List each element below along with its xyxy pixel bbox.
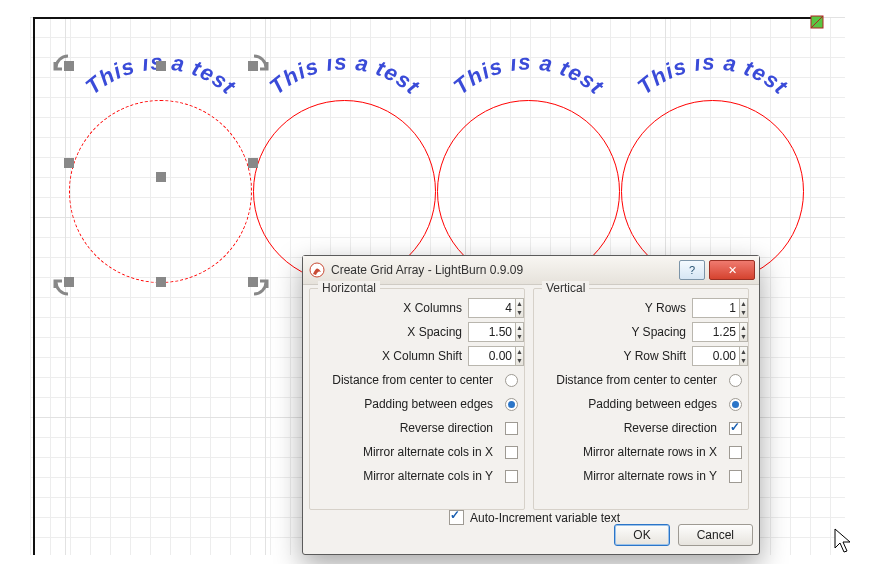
y-rows-label: Y Rows bbox=[645, 301, 686, 315]
h-mirror-x-label: Mirror alternate cols in X bbox=[363, 445, 493, 459]
x-spacing-label: X Spacing bbox=[407, 325, 462, 339]
rotate-handle-tr[interactable] bbox=[248, 50, 272, 74]
vertical-group: Vertical Y Rows ▲▼ Y Spacing ▲▼ Y Row Sh… bbox=[533, 288, 749, 510]
chevron-up-icon[interactable]: ▲ bbox=[516, 347, 523, 356]
dialog-title: Create Grid Array - LightBurn 0.9.09 bbox=[331, 263, 675, 277]
auto-increment-row[interactable]: Auto-Increment variable text bbox=[449, 510, 620, 525]
dialog-close-button[interactable]: ✕ bbox=[709, 260, 755, 280]
chevron-down-icon[interactable]: ▼ bbox=[740, 356, 747, 365]
chevron-up-icon[interactable]: ▲ bbox=[740, 299, 747, 308]
y-spacing-field[interactable]: ▲▼ bbox=[692, 322, 742, 342]
x-column-shift-input[interactable] bbox=[468, 346, 515, 366]
resize-handle-bm[interactable] bbox=[156, 277, 166, 287]
x-column-shift-label: X Column Shift bbox=[382, 349, 462, 363]
y-row-shift-input[interactable] bbox=[692, 346, 739, 366]
chevron-up-icon[interactable]: ▲ bbox=[740, 347, 747, 356]
cancel-button[interactable]: Cancel bbox=[678, 524, 753, 546]
h-reverse-label: Reverse direction bbox=[400, 421, 493, 435]
chevron-down-icon[interactable]: ▼ bbox=[516, 332, 523, 341]
h-padding-radio[interactable] bbox=[505, 398, 518, 411]
svg-text:This is a test: This is a test bbox=[449, 57, 609, 100]
horizontal-legend: Horizontal bbox=[318, 281, 380, 295]
origin-marker-icon bbox=[810, 15, 824, 29]
viewport: This is a testThis is a testThis is a te… bbox=[0, 0, 875, 564]
y-row-shift-stepper[interactable]: ▲▼ bbox=[739, 346, 748, 366]
auto-increment-label: Auto-Increment variable text bbox=[470, 511, 620, 525]
curved-text[interactable]: This is a test bbox=[621, 57, 804, 187]
curved-text[interactable]: This is a test bbox=[69, 57, 252, 187]
x-column-shift-field[interactable]: ▲▼ bbox=[468, 346, 518, 366]
vertical-legend: Vertical bbox=[542, 281, 589, 295]
x-spacing-input[interactable] bbox=[468, 322, 515, 342]
x-column-shift-stepper[interactable]: ▲▼ bbox=[515, 346, 524, 366]
rotate-handle-bl[interactable] bbox=[50, 276, 74, 300]
svg-text:This is a test: This is a test bbox=[633, 57, 793, 100]
rotate-handle-tl[interactable] bbox=[50, 50, 74, 74]
dialog-button-bar: Auto-Increment variable text OK Cancel bbox=[309, 522, 753, 548]
y-row-shift-label: Y Row Shift bbox=[624, 349, 686, 363]
move-handle[interactable] bbox=[156, 172, 166, 182]
y-spacing-stepper[interactable]: ▲▼ bbox=[739, 322, 748, 342]
y-rows-stepper[interactable]: ▲▼ bbox=[739, 298, 748, 318]
resize-handle-ml[interactable] bbox=[64, 158, 74, 168]
chevron-down-icon[interactable]: ▼ bbox=[740, 332, 747, 341]
chevron-down-icon[interactable]: ▼ bbox=[516, 356, 523, 365]
curved-text[interactable]: This is a test bbox=[253, 57, 436, 187]
h-center-label: Distance from center to center bbox=[332, 373, 493, 387]
dialog-body: Horizontal X Columns ▲▼ X Spacing ▲▼ X C… bbox=[309, 288, 753, 518]
x-columns-stepper[interactable]: ▲▼ bbox=[515, 298, 524, 318]
chevron-down-icon[interactable]: ▼ bbox=[740, 308, 747, 317]
v-center-label: Distance from center to center bbox=[556, 373, 717, 387]
array-instance-0[interactable]: This is a test bbox=[69, 100, 252, 283]
chevron-up-icon[interactable]: ▲ bbox=[516, 299, 523, 308]
x-spacing-stepper[interactable]: ▲▼ bbox=[515, 322, 524, 342]
v-padding-label: Padding between edges bbox=[588, 397, 717, 411]
lightburn-icon bbox=[309, 262, 325, 278]
x-spacing-field[interactable]: ▲▼ bbox=[468, 322, 518, 342]
v-mirror-x-label: Mirror alternate rows in X bbox=[583, 445, 717, 459]
x-columns-field[interactable]: ▲▼ bbox=[468, 298, 518, 318]
y-row-shift-field[interactable]: ▲▼ bbox=[692, 346, 742, 366]
v-reverse-check[interactable] bbox=[729, 422, 742, 435]
x-columns-input[interactable] bbox=[468, 298, 515, 318]
y-spacing-input[interactable] bbox=[692, 322, 739, 342]
rotate-handle-br[interactable] bbox=[248, 276, 272, 300]
chevron-down-icon[interactable]: ▼ bbox=[516, 308, 523, 317]
v-reverse-label: Reverse direction bbox=[624, 421, 717, 435]
v-mirror-x-check[interactable] bbox=[729, 446, 742, 459]
chevron-up-icon[interactable]: ▲ bbox=[516, 323, 523, 332]
resize-handle-tm[interactable] bbox=[156, 61, 166, 71]
horizontal-group: Horizontal X Columns ▲▼ X Spacing ▲▼ X C… bbox=[309, 288, 525, 510]
v-mirror-y-check[interactable] bbox=[729, 470, 742, 483]
v-padding-radio[interactable] bbox=[729, 398, 742, 411]
h-mirror-y-check[interactable] bbox=[505, 470, 518, 483]
y-spacing-label: Y Spacing bbox=[632, 325, 687, 339]
v-mirror-y-label: Mirror alternate rows in Y bbox=[583, 469, 717, 483]
auto-increment-check[interactable] bbox=[449, 510, 464, 525]
y-rows-input[interactable] bbox=[692, 298, 739, 318]
ok-button[interactable]: OK bbox=[614, 524, 669, 546]
dialog-help-button[interactable]: ? bbox=[679, 260, 705, 280]
h-reverse-check[interactable] bbox=[505, 422, 518, 435]
chevron-up-icon[interactable]: ▲ bbox=[740, 323, 747, 332]
x-columns-label: X Columns bbox=[403, 301, 462, 315]
grid-array-dialog[interactable]: Create Grid Array - LightBurn 0.9.09 ? ✕… bbox=[302, 255, 760, 555]
svg-text:This is a test: This is a test bbox=[265, 57, 425, 100]
h-center-radio[interactable] bbox=[505, 374, 518, 387]
y-rows-field[interactable]: ▲▼ bbox=[692, 298, 742, 318]
h-mirror-y-label: Mirror alternate cols in Y bbox=[363, 469, 493, 483]
h-padding-label: Padding between edges bbox=[364, 397, 493, 411]
resize-handle-mr[interactable] bbox=[248, 158, 258, 168]
h-mirror-x-check[interactable] bbox=[505, 446, 518, 459]
v-center-radio[interactable] bbox=[729, 374, 742, 387]
curved-text[interactable]: This is a test bbox=[437, 57, 620, 187]
